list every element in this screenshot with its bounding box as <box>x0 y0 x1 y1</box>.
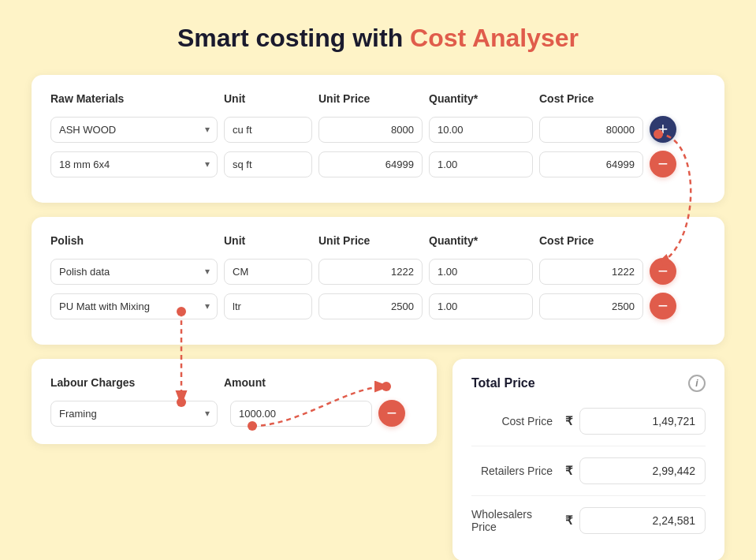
rm-unitprice-input-2[interactable] <box>318 151 423 177</box>
rm-remove-button-2[interactable]: − <box>650 151 676 177</box>
labour-charge-dropdown-1[interactable]: Framing <box>50 401 218 427</box>
total-wholesalers-input[interactable] <box>579 507 706 534</box>
labour-row-1: Framing − <box>50 400 418 427</box>
total-price-card: Total Price i Cost Price ₹ Retailers Pri… <box>452 359 724 560</box>
total-retailers-input[interactable] <box>579 457 706 484</box>
rm-row-2: 18 mm 6x4 ASH WOOD − <box>50 151 706 177</box>
rm-col-unitprice: Unit Price <box>318 92 429 105</box>
polish-unitprice-input-2[interactable] <box>318 293 423 319</box>
rm-cost-input-1[interactable] <box>539 117 643 143</box>
rm-col-quantity: Quantity* <box>429 92 539 105</box>
total-retailers-row: Retailers Price ₹ <box>471 457 706 484</box>
polish-header: Polish Unit Unit Price Quantity* Cost Pr… <box>50 234 706 247</box>
polish-material-dropdown-2[interactable]: PU Matt with Mixing Polish data <box>50 293 218 319</box>
raw-materials-header: Raw Materials Unit Unit Price Quantity* … <box>50 92 706 105</box>
rm-unitprice-input-1[interactable] <box>318 117 423 143</box>
labour-card: Labour Charges Amount Framing − <box>32 359 437 560</box>
labour-remove-button-1[interactable]: − <box>378 400 405 427</box>
total-price-header: Total Price i <box>471 375 706 392</box>
raw-materials-card: Raw Materials Unit Unit Price Quantity* … <box>32 75 724 203</box>
polish-row-1: Polish data PU Matt with Mixing − <box>50 258 706 285</box>
labour-header: Labour Charges Amount <box>50 376 418 389</box>
rm-col-unit: Unit <box>224 92 318 105</box>
page-title: Smart costing with Cost Analyser <box>32 24 724 53</box>
rm-unit-input-2[interactable] <box>224 151 312 177</box>
total-price-card-inner: Total Price i Cost Price ₹ Retailers Pri… <box>452 359 724 560</box>
pol-col-unitprice: Unit Price <box>318 234 429 247</box>
polish-cost-input-2[interactable] <box>539 293 643 319</box>
wholesalers-rupee-icon: ₹ <box>565 513 573 528</box>
rm-material-select-1[interactable]: ASH WOOD 18 mm 6x4 <box>50 117 218 143</box>
polish-card: Polish Unit Unit Price Quantity* Cost Pr… <box>32 217 724 345</box>
rm-cost-input-2[interactable] <box>539 151 643 177</box>
cost-rupee-icon: ₹ <box>565 414 573 428</box>
total-cost-input[interactable] <box>579 408 706 435</box>
info-icon[interactable]: i <box>688 375 706 392</box>
polish-remove-button-1[interactable]: − <box>650 258 676 285</box>
rm-qty-input-2[interactable] <box>429 151 533 177</box>
polish-remove-button-2[interactable]: − <box>650 293 676 319</box>
pol-col-costprice: Cost Price <box>539 234 650 247</box>
total-cost-label: Cost Price <box>501 415 553 427</box>
polish-unitprice-input-1[interactable] <box>318 259 423 285</box>
rm-row-1: ASH WOOD 18 mm 6x4 + <box>50 116 706 143</box>
total-cost-price-row: Cost Price ₹ <box>471 408 706 435</box>
polish-qty-input-2[interactable] <box>429 293 533 319</box>
labour-charge-select-1[interactable]: Framing <box>50 401 218 427</box>
rm-col-material: Raw Materials <box>50 92 224 105</box>
rm-material-dropdown-1[interactable]: ASH WOOD 18 mm 6x4 <box>50 117 218 143</box>
rm-col-costprice: Cost Price <box>539 92 650 105</box>
rm-qty-input-1[interactable] <box>429 117 533 143</box>
rm-material-select-2[interactable]: 18 mm 6x4 ASH WOOD <box>50 151 218 177</box>
total-retailers-label: Retailers Price <box>481 465 553 477</box>
rm-material-dropdown-2[interactable]: 18 mm 6x4 ASH WOOD <box>50 151 218 177</box>
bottom-section: Labour Charges Amount Framing − <box>32 359 724 560</box>
polish-cost-input-1[interactable] <box>539 259 643 285</box>
pol-col-quantity: Quantity* <box>429 234 539 247</box>
polish-unit-input-2[interactable] <box>224 293 312 319</box>
polish-material-select-1[interactable]: Polish data PU Matt with Mixing <box>50 259 218 285</box>
rm-add-button-1[interactable]: + <box>650 116 676 143</box>
polish-qty-input-1[interactable] <box>429 259 533 285</box>
pol-col-material: Polish <box>50 234 224 247</box>
retailers-rupee-icon: ₹ <box>565 464 573 478</box>
polish-material-dropdown-1[interactable]: Polish data PU Matt with Mixing <box>50 259 218 285</box>
polish-row-2: PU Matt with Mixing Polish data − <box>50 293 706 319</box>
labour-amount-input-1[interactable] <box>230 401 372 427</box>
total-price-label: Total Price <box>471 376 535 390</box>
polish-material-select-2[interactable]: PU Matt with Mixing Polish data <box>50 293 218 319</box>
labour-col-amount: Amount <box>224 376 366 389</box>
total-wholesalers-row: Wholesalers Price ₹ <box>471 507 706 534</box>
total-wholesalers-label: Wholesalers Price <box>471 508 553 533</box>
labour-col-charges: Labour Charges <box>50 376 224 389</box>
rm-unit-input-1[interactable] <box>224 117 312 143</box>
labour-card-inner: Labour Charges Amount Framing − <box>32 359 437 444</box>
pol-col-unit: Unit <box>224 234 318 247</box>
polish-unit-input-1[interactable] <box>224 259 312 285</box>
